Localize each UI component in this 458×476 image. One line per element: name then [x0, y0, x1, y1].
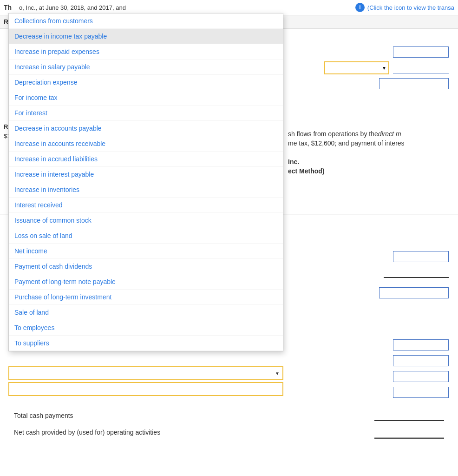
- input-net-income[interactable]: [393, 251, 449, 262]
- input-dividends[interactable]: [384, 267, 449, 278]
- input-field-2[interactable]: [393, 62, 449, 73]
- right-inputs-area: ▼: [324, 42, 449, 89]
- total-cash-label: Total cash payments: [14, 412, 73, 419]
- dropdown-item-prepaid[interactable]: Increase in prepaid expenses: [9, 44, 283, 60]
- info-icon[interactable]: i: [355, 3, 365, 12]
- company-partial: o, Inc., at June 30, 2018, and 2017, and: [19, 4, 126, 11]
- income-tax-text: me tax, $12,600; and payment of interes: [288, 139, 405, 147]
- input-suppliers[interactable]: [393, 355, 449, 366]
- dropdown-item-sale-land[interactable]: Sale of land: [9, 305, 283, 320]
- dropdown-item-for-interest[interactable]: For interest: [9, 106, 283, 121]
- dropdown-item-increase-ar[interactable]: Increase in accounts receivable: [9, 136, 283, 152]
- dropdown-indicator[interactable]: ▼: [324, 61, 389, 74]
- input-employees[interactable]: [393, 339, 449, 350]
- dropdown-list: Collections from customers Decrease in i…: [8, 13, 283, 351]
- dropdown-item-decrease-tax[interactable]: Decrease in income tax payable: [9, 29, 283, 44]
- net-cash-input[interactable]: [374, 426, 444, 439]
- dropdown-item-interest-received[interactable]: Interest received: [9, 198, 283, 213]
- input-field-3[interactable]: [379, 78, 449, 89]
- dropdown-item-lt-investment[interactable]: Purchase of long-term investment: [9, 290, 283, 305]
- dropdown-item-accrued[interactable]: Increase in accrued liabilities: [9, 152, 283, 167]
- info-area: i (Click the icon to view the transa: [355, 3, 454, 12]
- dropdown-item-collections[interactable]: Collections from customers: [9, 13, 283, 29]
- total-cash-input[interactable]: [374, 410, 444, 421]
- dropdown-item-cash-dividends[interactable]: Payment of cash dividends: [9, 259, 283, 274]
- dropdown-item-depreciation[interactable]: Depreciation expense: [9, 75, 283, 90]
- total-cash-row: Total cash payments: [14, 410, 444, 421]
- dropdown-item-net-income[interactable]: Net income: [9, 244, 283, 259]
- bottom-dropdown-select[interactable]: ▼: [8, 366, 283, 380]
- input-field-1[interactable]: [393, 46, 449, 58]
- input-extra2[interactable]: [393, 387, 449, 398]
- dropdown-item-to-employees[interactable]: To employees: [9, 320, 283, 336]
- net-cash-label: Net cash provided by (used for) operatin…: [14, 429, 160, 436]
- company-label: Inc.: [288, 158, 299, 165]
- dropdown-arrow-icon: ▼: [275, 371, 280, 376]
- info-text: (Click the icon to view the transa: [367, 4, 454, 11]
- dropdown-item-for-income-tax[interactable]: For income tax: [9, 90, 283, 106]
- dropdown-item-inventories[interactable]: Increase in inventories: [9, 182, 283, 198]
- cash-flows-description: sh flows from operations by thedirect m: [288, 130, 401, 138]
- dropdown-item-interest-payable[interactable]: Increase in interest payable: [9, 167, 283, 182]
- bottom-text-input[interactable]: [8, 382, 283, 396]
- dropdown-item-lt-note[interactable]: Payment of long-term note payable: [9, 274, 283, 290]
- input-long-term[interactable]: [379, 287, 449, 298]
- net-cash-row: Net cash provided by (used for) operatin…: [14, 426, 444, 439]
- dropdown-item-salary[interactable]: Increase in salary payable: [9, 60, 283, 75]
- input-extra1[interactable]: [393, 371, 449, 382]
- dropdown-item-loss-sale-land[interactable]: Loss on sale of land: [9, 228, 283, 244]
- bottom-section: Total cash payments Net cash provided by…: [0, 410, 458, 439]
- dropdown-item-to-suppliers[interactable]: To suppliers: [9, 336, 283, 351]
- bottom-select-area: ▼: [8, 366, 283, 396]
- right-inputs-bottom: [393, 339, 449, 398]
- dropdown-item-decrease-ap[interactable]: Decrease in accounts payable: [9, 121, 283, 136]
- right-inputs-lower: [379, 251, 449, 298]
- method-label: ect Method): [288, 167, 325, 175]
- dropdown-item-issuance-stock[interactable]: Issuance of common stock: [9, 213, 283, 228]
- header-title-partial: Th: [4, 4, 12, 11]
